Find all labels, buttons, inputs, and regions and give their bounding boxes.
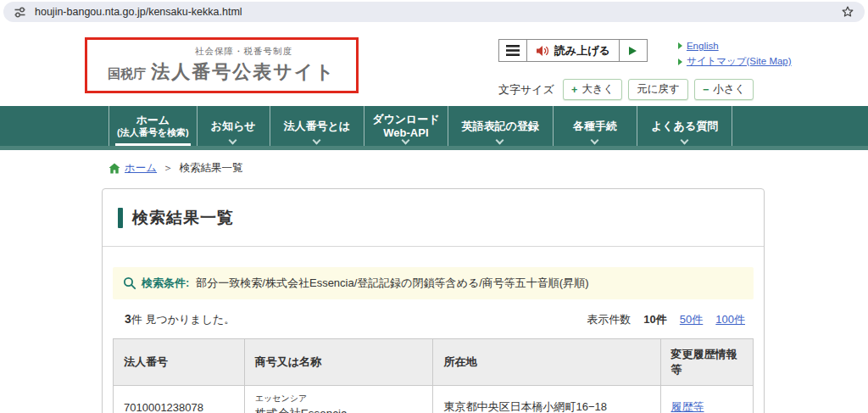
- nav-item-procedures[interactable]: 各種手続: [553, 106, 637, 146]
- browser-chrome: houjin-bangou.nta.go.jp/kensaku-kekka.ht…: [0, 0, 868, 24]
- results-table: 法人番号 商号又は名称 所在地 変更履歴情報等 7010001238078 エッ…: [113, 338, 754, 413]
- link-arrow-icon: [678, 42, 682, 49]
- breadcrumb-separator: ＞: [163, 161, 174, 176]
- breadcrumb: ホーム ＞ 検索結果一覧: [108, 161, 868, 176]
- title-accent-bar: [118, 208, 123, 228]
- logo-title: 法人番号公表サイト: [151, 59, 336, 85]
- chevron-down-icon: [312, 137, 320, 145]
- nav-item-home[interactable]: ホーム (法人番号を検索): [108, 106, 197, 146]
- cell-history: 履歴等: [660, 386, 754, 413]
- nav-item-about[interactable]: 法人番号とは: [270, 106, 364, 146]
- cell-name: エッセンシア 株式会社Essencia: [244, 386, 433, 413]
- search-icon: [123, 276, 136, 290]
- play-button[interactable]: [620, 40, 647, 61]
- company-name: 株式会社Essencia: [255, 407, 348, 413]
- bookmark-star-icon[interactable]: [841, 5, 854, 19]
- header-corporate-number: 法人番号: [114, 339, 245, 386]
- reader-menu-button[interactable]: [499, 40, 526, 61]
- font-size-reset-button[interactable]: 元に戻す: [628, 79, 688, 100]
- header-change-history: 変更履歴情報等: [660, 339, 754, 386]
- minus-icon: −: [703, 84, 709, 96]
- url-text[interactable]: houjin-bangou.nta.go.jp/kensaku-kekka.ht…: [35, 6, 242, 18]
- read-aloud-button[interactable]: 読み上げる: [526, 40, 620, 61]
- page-title: 検索結果一覧: [132, 207, 234, 229]
- nav-item-faq[interactable]: よくある質問: [637, 106, 732, 146]
- read-aloud-toolbar: 読み上げる: [498, 39, 648, 62]
- search-results-card: 検索結果一覧 検索条件: 部分一致検索/株式会社Essencia/登記記録の閉鎖…: [102, 188, 765, 413]
- play-icon: [629, 47, 637, 55]
- header-address: 所在地: [433, 339, 660, 386]
- search-conditions-label: 検索条件:: [142, 276, 189, 291]
- display-count-100-link[interactable]: 100件: [715, 312, 745, 327]
- nav-item-news[interactable]: お知らせ: [197, 106, 270, 146]
- site-logo[interactable]: 社会保障・税番号制度 国税庁 法人番号公表サイト: [87, 40, 356, 91]
- link-arrow-icon: [678, 59, 682, 65]
- address-bar[interactable]: houjin-bangou.nta.go.jp/kensaku-kekka.ht…: [3, 2, 865, 22]
- font-size-label: 文字サイズ: [498, 82, 554, 98]
- breadcrumb-current: 検索結果一覧: [180, 161, 243, 176]
- table-header-row: 法人番号 商号又は名称 所在地 変更履歴情報等: [114, 339, 754, 386]
- font-size-larger-button[interactable]: + 大きく: [563, 79, 622, 100]
- search-conditions-value: 部分一致検索/株式会社Essencia/登記記録の閉鎖等含める/商号等五十音順(…: [196, 276, 588, 291]
- speaker-icon: [536, 45, 549, 57]
- cell-corporate-number: 7010001238078: [114, 386, 245, 413]
- plus-icon: +: [571, 84, 577, 96]
- nav-item-download[interactable]: ダウンロード Web-API: [364, 106, 448, 146]
- chevron-down-icon: [680, 137, 688, 145]
- nav-item-english-registration[interactable]: 英語表記の登録: [448, 106, 553, 146]
- logo-subtitle: 社会保障・税番号制度: [87, 46, 356, 58]
- search-conditions-box: 検索条件: 部分一致検索/株式会社Essencia/登記記録の閉鎖等含める/商号…: [113, 267, 754, 299]
- header-name: 商号又は名称: [244, 339, 433, 386]
- main-navigation: ホーム (法人番号を検索) お知らせ 法人番号とは ダウンロード Web-API…: [0, 106, 868, 150]
- name-furigana: エッセンシア: [255, 393, 423, 405]
- page-title-block: 検索結果一覧: [103, 189, 764, 247]
- breadcrumb-home-link[interactable]: ホーム: [125, 161, 157, 176]
- site-info-icon[interactable]: [14, 6, 26, 19]
- site-header: 社会保障・税番号制度 国税庁 法人番号公表サイト: [0, 32, 868, 106]
- display-count-current: 10件: [643, 312, 666, 327]
- hamburger-icon: [506, 45, 520, 56]
- cell-address: 東京都中央区日本橋小網町16−18: [433, 386, 660, 413]
- display-count-50-link[interactable]: 50件: [680, 312, 703, 327]
- read-aloud-label: 読み上げる: [554, 43, 610, 59]
- chevron-down-icon: [591, 137, 599, 145]
- english-link[interactable]: English: [678, 41, 792, 51]
- home-icon: [108, 163, 120, 174]
- table-row: 7010001238078 エッセンシア 株式会社Essencia 東京都中央区…: [114, 386, 754, 413]
- display-count-label: 表示件数: [587, 312, 631, 327]
- sitemap-link[interactable]: サイトマップ(Site Map): [678, 55, 792, 68]
- result-count: 3件 見つかりました。: [125, 312, 235, 327]
- history-link[interactable]: 履歴等: [671, 400, 704, 413]
- chevron-down-icon: [496, 137, 504, 145]
- font-size-smaller-button[interactable]: − 小さく: [694, 79, 754, 100]
- chevron-down-icon: [229, 137, 237, 145]
- logo-agency: 国税庁: [108, 66, 146, 82]
